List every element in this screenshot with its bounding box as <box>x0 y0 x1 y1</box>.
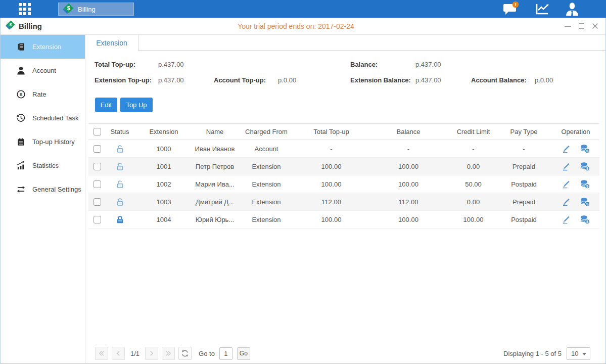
edit-pencil-icon[interactable] <box>562 144 572 154</box>
cell-name: Юрий Юрь... <box>194 216 236 223</box>
cell-extension: 1000 <box>134 145 194 153</box>
sidebar-item-rate[interactable]: $ Rate <box>1 82 85 106</box>
messages-icon[interactable]: ! <box>499 0 523 18</box>
row-checkbox[interactable] <box>94 145 101 153</box>
extension-balance-value: p.437.00 <box>415 76 441 84</box>
balance-label: Balance: <box>350 61 378 68</box>
extension-table: Status Extension Name Charged From Total… <box>88 123 599 229</box>
sidebar-item-extension[interactable]: Extension <box>1 35 85 59</box>
cell-total-topup: - <box>297 145 366 153</box>
sidebar-item-account[interactable]: Account <box>1 59 85 82</box>
prev-page-button[interactable] <box>112 347 125 360</box>
cell-charged-from: Account <box>236 145 297 153</box>
window-titlebar: $ Billing Your trial period ends on: 201… <box>1 18 605 35</box>
cell-charged-from: Extension <box>236 180 297 188</box>
col-balance: Balance <box>366 128 451 135</box>
sidebar-label-extension: Extension <box>32 43 61 51</box>
col-charged-from: Charged From <box>236 128 297 135</box>
lock-open-icon[interactable] <box>115 162 125 171</box>
row-checkbox[interactable] <box>94 216 101 223</box>
topup-history-icon <box>16 137 26 147</box>
topup-coins-icon[interactable]: $ <box>580 179 590 189</box>
topup-coins-icon[interactable]: $ <box>580 161 590 171</box>
edit-pencil-icon[interactable] <box>562 179 572 189</box>
topup-coins-icon[interactable]: $ <box>580 144 590 154</box>
taskbar-billing-label: Billing <box>78 6 96 13</box>
page-indicator: 1/1 <box>130 350 139 357</box>
cell-name: Мария Ива... <box>194 180 236 188</box>
sidebar-label-topup-history: Top-up History <box>32 138 75 146</box>
pagination: 1/1 Go to Go <box>95 347 250 360</box>
page-size-select[interactable]: 10 <box>567 347 590 360</box>
cell-credit-limit: - <box>451 145 496 153</box>
svg-text:!: ! <box>515 2 516 7</box>
cell-name: Петр Петров <box>194 163 236 170</box>
content-area: Extension Total Top-up: p.437.00 Balance… <box>85 35 605 363</box>
app-grid-icon[interactable] <box>18 3 31 16</box>
topup-coins-icon[interactable]: $ <box>580 214 590 224</box>
last-page-button[interactable] <box>162 347 175 360</box>
edit-button[interactable]: Edit <box>95 98 117 112</box>
lock-closed-icon[interactable] <box>115 215 125 224</box>
lock-open-icon[interactable] <box>115 144 125 154</box>
billing-window-icon: $ <box>6 20 15 32</box>
cell-balance: - <box>366 145 451 153</box>
goto-label: Go to <box>199 350 215 357</box>
cell-extension: 1004 <box>134 216 194 223</box>
maximize-button[interactable] <box>578 23 585 30</box>
user-account-icon[interactable] <box>562 0 582 18</box>
extension-icon <box>16 42 26 52</box>
cell-pay-type: Postpaid <box>496 216 552 223</box>
refresh-button[interactable] <box>178 347 192 360</box>
sidebar-item-topup-history[interactable]: Top-up History <box>1 130 85 154</box>
cell-charged-from: Extension <box>236 216 297 223</box>
row-checkbox[interactable] <box>94 163 101 170</box>
edit-pencil-icon[interactable] <box>562 161 572 171</box>
row-checkbox[interactable] <box>94 180 101 188</box>
statistics-chart-icon[interactable] <box>531 0 553 18</box>
account-balance-label: Account Balance: <box>471 76 527 84</box>
select-all-checkbox[interactable] <box>94 128 101 135</box>
row-checkbox[interactable] <box>94 198 101 206</box>
rate-icon: $ <box>16 89 26 99</box>
cell-charged-from: Extension <box>236 198 297 206</box>
goto-page-input[interactable] <box>219 347 232 360</box>
cell-credit-limit: 0.00 <box>451 198 496 206</box>
next-page-button[interactable] <box>145 347 158 360</box>
sidebar-item-general-settings[interactable]: General Settings <box>1 177 85 201</box>
topup-coins-icon[interactable]: $ <box>580 197 590 207</box>
cell-extension: 1001 <box>134 163 194 170</box>
extension-balance-label: Extension Balance: <box>350 76 411 84</box>
sidebar-label-general-settings: General Settings <box>32 186 81 193</box>
minimize-button[interactable] <box>564 23 571 30</box>
sidebar-label-statistics: Statistics <box>32 162 59 169</box>
taskbar-billing-button[interactable]: $ Billing <box>58 3 134 16</box>
first-page-button[interactable] <box>95 347 108 360</box>
extension-topup-label: Extension Top-up: <box>95 76 152 84</box>
sidebar-item-scheduled-task[interactable]: Scheduled Task <box>1 106 85 130</box>
sidebar-label-scheduled-task: Scheduled Task <box>32 114 79 122</box>
sidebar-item-statistics[interactable]: Statistics <box>1 154 85 177</box>
table-header: Status Extension Name Charged From Total… <box>88 123 599 140</box>
tab-bar: Extension <box>85 35 605 51</box>
col-total-topup: Total Top-up <box>297 128 366 135</box>
go-button[interactable]: Go <box>237 347 250 360</box>
total-topup-value: p.437.00 <box>158 61 184 68</box>
tab-extension[interactable]: Extension <box>85 35 138 51</box>
billing-app-icon: $ <box>63 3 74 16</box>
col-operation: Operation <box>552 128 599 135</box>
edit-pencil-icon[interactable] <box>562 197 572 207</box>
billing-window: $ Billing Your trial period ends on: 201… <box>0 18 606 364</box>
cell-extension: 1002 <box>134 180 194 188</box>
top-up-button[interactable]: Top Up <box>120 98 153 112</box>
edit-pencil-icon[interactable] <box>562 214 572 224</box>
col-credit-limit: Credit Limit <box>451 128 496 135</box>
balance-value: p.437.00 <box>415 61 441 68</box>
cell-total-topup: 100.00 <box>297 180 366 188</box>
lock-open-icon[interactable] <box>115 179 125 189</box>
close-button[interactable] <box>591 23 598 30</box>
table-row: 1003Дмитрий Д...Extension112.00112.000.0… <box>88 193 599 211</box>
window-title: Billing <box>19 22 42 30</box>
cell-pay-type: - <box>496 145 552 153</box>
lock-open-icon[interactable] <box>115 197 125 207</box>
